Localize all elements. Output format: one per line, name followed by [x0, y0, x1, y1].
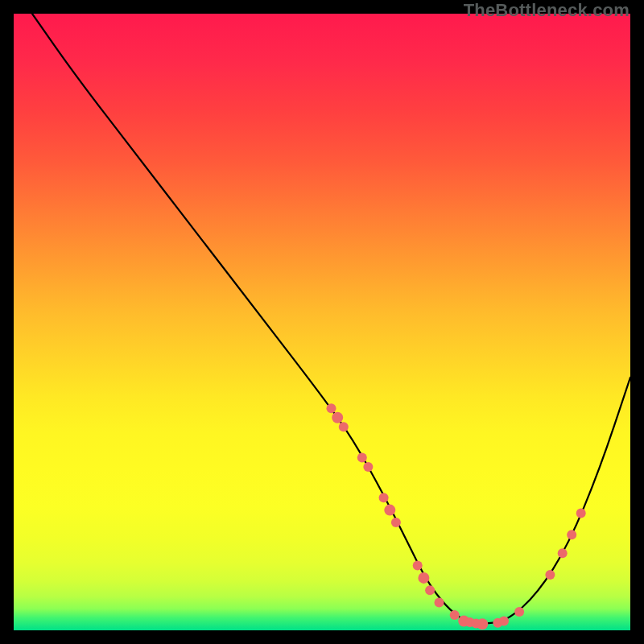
curve-marker	[567, 530, 576, 539]
curve-marker	[418, 572, 429, 584]
watermark-text: TheBottleneck.com	[464, 0, 630, 21]
curve-marker	[545, 570, 555, 580]
curve-marker	[425, 585, 435, 595]
curve-marker	[450, 610, 460, 620]
curve-marker	[514, 607, 524, 617]
chart-svg	[14, 14, 630, 630]
curve-marker	[558, 548, 568, 558]
curve-marker	[391, 518, 401, 527]
curve-marker	[327, 403, 336, 413]
chart-frame: TheBottleneck.com	[0, 0, 644, 644]
curve-marker	[357, 453, 367, 463]
curve-marker	[576, 509, 586, 518]
curve-marker	[435, 598, 444, 608]
bottleneck-curve	[32, 14, 630, 623]
curve-marker	[332, 412, 343, 423]
plot-area	[14, 14, 630, 630]
curve-marker	[363, 462, 373, 472]
curve-markers	[327, 403, 586, 630]
curve-marker	[499, 617, 509, 626]
curve-marker	[379, 493, 389, 502]
curve-marker	[413, 561, 423, 571]
curve-marker	[339, 422, 349, 431]
curve-marker	[384, 505, 395, 516]
curve-marker	[477, 618, 488, 630]
